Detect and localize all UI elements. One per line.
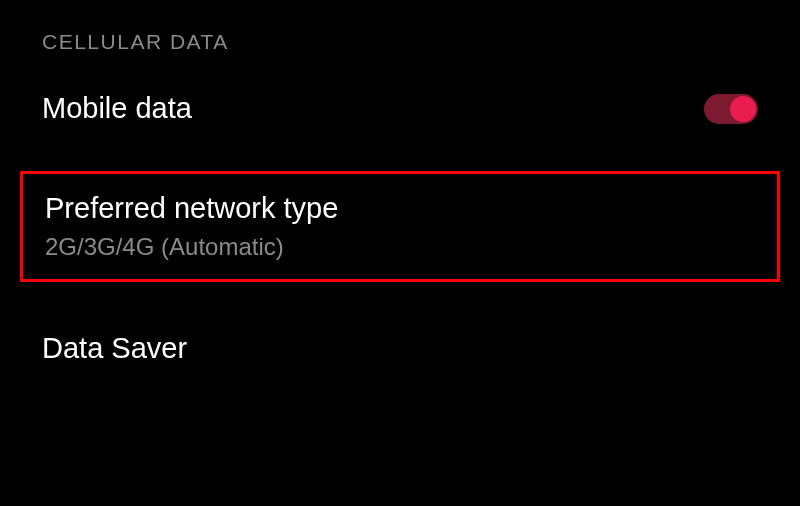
- preferred-network-value: 2G/3G/4G (Automatic): [45, 233, 755, 261]
- toggle-thumb: [730, 96, 756, 122]
- mobile-data-label: Mobile data: [42, 92, 192, 125]
- mobile-data-row[interactable]: Mobile data: [0, 64, 800, 153]
- preferred-network-label: Preferred network type: [45, 192, 755, 225]
- data-saver-row[interactable]: Data Saver: [0, 300, 800, 397]
- mobile-data-toggle[interactable]: [704, 94, 758, 124]
- preferred-network-row[interactable]: Preferred network type 2G/3G/4G (Automat…: [20, 171, 780, 282]
- section-header: CELLULAR DATA: [0, 0, 800, 64]
- data-saver-label: Data Saver: [42, 332, 187, 365]
- settings-container: CELLULAR DATA Mobile data Preferred netw…: [0, 0, 800, 397]
